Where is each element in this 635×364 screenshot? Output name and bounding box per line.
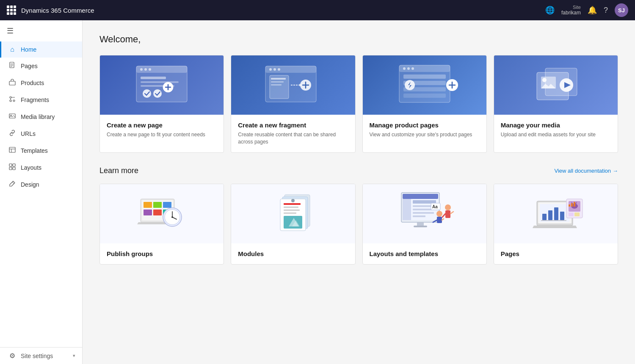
sidebar-item-templates[interactable]: Templates	[0, 142, 82, 159]
templates-icon	[8, 146, 17, 155]
learn-card-publish-groups[interactable]: Publish groups	[99, 184, 224, 265]
svg-rect-41	[271, 84, 282, 85]
svg-rect-113	[542, 214, 547, 220]
sidebar-label-pages: Pages	[21, 63, 38, 69]
learn-card-title-layouts: Layouts and templates	[370, 250, 480, 257]
svg-rect-116	[560, 212, 564, 220]
settings-expand-icon: ▾	[73, 353, 75, 358]
svg-rect-67	[144, 202, 152, 208]
svg-point-35	[269, 68, 272, 71]
svg-rect-124	[574, 212, 580, 216]
sidebar-item-home[interactable]: ⌂ Home	[0, 41, 82, 58]
waffle-menu[interactable]	[7, 6, 16, 15]
svg-rect-81	[284, 203, 301, 205]
svg-point-100	[436, 211, 442, 217]
svg-rect-21	[136, 66, 187, 73]
sidebar-item-pages[interactable]: Pages	[0, 58, 82, 74]
design-icon	[8, 180, 17, 189]
sidebar-item-settings[interactable]: ⚙ Site settings ▾	[0, 347, 82, 364]
card-title-create-fragment: Create a new fragment	[238, 121, 348, 129]
pages-icon	[8, 62, 17, 70]
card-create-fragment[interactable]: Create a new fragment Create reusable co…	[231, 55, 355, 153]
view-all-docs-link[interactable]: View all documentation →	[555, 168, 618, 174]
fragments-icon	[8, 96, 17, 104]
card-manage-media[interactable]: Manage your media Upload and edit media …	[494, 55, 618, 153]
svg-point-29	[153, 89, 162, 98]
media-icon	[8, 113, 17, 121]
svg-rect-92	[403, 199, 411, 220]
globe-icon[interactable]: 🌐	[545, 6, 555, 15]
svg-rect-71	[153, 210, 162, 215]
svg-rect-68	[153, 202, 162, 208]
svg-rect-17	[9, 167, 12, 170]
bell-icon[interactable]: 🔔	[588, 6, 597, 15]
sidebar-item-urls[interactable]: URLs	[0, 125, 82, 142]
svg-point-6	[13, 100, 15, 102]
svg-rect-4	[9, 81, 15, 85]
svg-line-103	[442, 219, 444, 220]
svg-rect-125	[569, 204, 570, 207]
sidebar-item-media[interactable]: Media library	[0, 108, 82, 125]
main-content: Welcome,	[83, 20, 635, 364]
learn-card-pages[interactable]: Pages	[494, 184, 618, 265]
svg-point-28	[143, 89, 151, 98]
svg-point-77	[171, 216, 173, 218]
sidebar-label-templates: Templates	[21, 147, 48, 154]
sidebar-label-settings: Site settings	[21, 353, 53, 359]
svg-point-49	[407, 67, 410, 70]
site-info: Site fabrikam	[561, 5, 581, 16]
sidebar-label-products: Products	[21, 80, 44, 86]
sidebar-item-products[interactable]: Products	[0, 74, 82, 91]
learn-more-title: Learn more	[99, 166, 138, 175]
svg-point-88	[291, 199, 295, 202]
card-desc-create-fragment: Create reusable content that can be shar…	[238, 131, 348, 146]
help-icon[interactable]: ?	[604, 6, 608, 15]
svg-rect-18	[13, 167, 15, 170]
svg-rect-83	[284, 210, 300, 211]
svg-rect-84	[284, 212, 296, 214]
svg-point-58	[405, 80, 415, 90]
sidebar-item-fragments[interactable]: Fragments	[0, 91, 82, 108]
learn-card-title-pages: Pages	[501, 250, 611, 257]
welcome-heading: Welcome,	[99, 34, 618, 45]
svg-rect-25	[141, 77, 166, 79]
sidebar: ☰ ⌂ Home Pages Products Fragments	[0, 20, 83, 364]
urls-icon	[8, 130, 17, 138]
svg-rect-54	[403, 94, 446, 98]
svg-line-106	[442, 214, 445, 217]
svg-point-7	[10, 100, 11, 102]
card-manage-products[interactable]: Manage product pages View and customize …	[362, 55, 487, 153]
arrow-icon: →	[613, 168, 618, 174]
sidebar-toggle[interactable]: ☰	[0, 20, 82, 41]
learn-card-layouts-templates[interactable]: Aa Layouts and templates	[362, 184, 487, 265]
sidebar-item-layouts[interactable]: Layouts	[0, 159, 82, 176]
svg-rect-98	[417, 222, 424, 226]
action-cards-grid: Create a new page Create a new page to f…	[99, 55, 618, 153]
card-title-manage-products: Manage product pages	[370, 121, 480, 129]
svg-rect-99	[414, 226, 427, 227]
sidebar-label-design: Design	[21, 181, 39, 188]
svg-rect-26	[141, 81, 179, 83]
svg-point-104	[445, 204, 451, 210]
user-avatar[interactable]: SJ	[615, 3, 628, 17]
svg-point-50	[411, 67, 414, 70]
card-desc-create-page: Create a new page to fit your content ne…	[107, 131, 217, 138]
svg-point-62	[542, 78, 547, 82]
svg-rect-40	[271, 81, 284, 83]
svg-rect-101	[437, 217, 442, 223]
svg-rect-82	[284, 207, 298, 208]
card-title-create-page: Create a new page	[107, 121, 217, 129]
learn-cards-grid: Publish groups	[99, 184, 618, 265]
svg-rect-95	[413, 209, 432, 210]
learn-more-section-header: Learn more View all documentation →	[99, 166, 618, 175]
svg-point-22	[140, 68, 143, 71]
svg-rect-69	[163, 202, 171, 208]
card-desc-manage-media: Upload and edit media assets for your si…	[501, 131, 611, 138]
products-icon	[8, 79, 17, 87]
settings-icon: ⚙	[8, 352, 17, 360]
sidebar-item-design[interactable]: Design	[0, 176, 82, 193]
learn-card-modules[interactable]: Modules	[231, 184, 355, 265]
sidebar-label-home: Home	[21, 46, 36, 53]
app-title: Dynamics 365 Commerce	[21, 7, 94, 14]
card-create-page[interactable]: Create a new page Create a new page to f…	[99, 55, 224, 153]
